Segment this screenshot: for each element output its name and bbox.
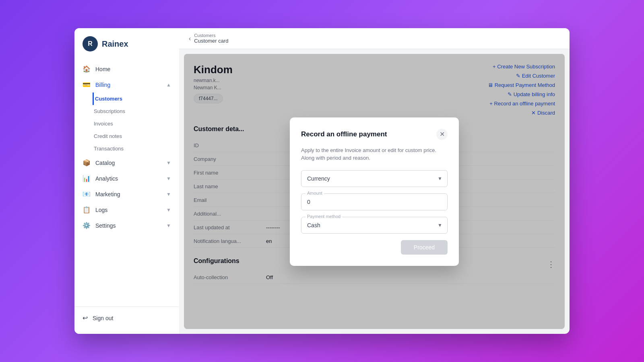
logo-text: Rainex xyxy=(102,39,128,49)
sidebar: R Rainex 🏠 Home 💳 Billing ▲ Customers Su… xyxy=(74,28,179,334)
catalog-icon: 📦 xyxy=(83,159,91,167)
sidebar-item-logs[interactable]: 📋 Logs ▼ xyxy=(74,202,179,218)
proceed-button[interactable]: Proceed xyxy=(401,240,448,255)
sidebar-item-billing-label: Billing xyxy=(95,82,110,88)
billing-chevron-icon: ▲ xyxy=(166,82,171,88)
catalog-chevron-icon: ▼ xyxy=(166,160,171,166)
breadcrumb: ‹ Customers Customer card xyxy=(179,28,570,49)
modal-header: Record an offline payment ✕ xyxy=(301,129,448,140)
sidebar-item-settings-label: Settings xyxy=(95,222,116,229)
logs-icon: 📋 xyxy=(83,206,91,214)
logo-area: R Rainex xyxy=(74,36,179,61)
sidebar-item-marketing[interactable]: 📧 Marketing ▼ xyxy=(74,186,179,202)
marketing-chevron-icon: ▼ xyxy=(166,191,171,197)
sidebar-item-credit-notes[interactable]: Credit notes xyxy=(94,130,179,142)
sidebar-item-catalog-label: Catalog xyxy=(95,160,115,166)
payment-method-select-wrapper: Payment method Cash Bank transfer Check … xyxy=(301,217,448,234)
settings-chevron-icon: ▼ xyxy=(166,223,171,228)
amount-input[interactable] xyxy=(301,194,447,210)
sidebar-divider xyxy=(74,306,179,307)
analytics-icon: 📊 xyxy=(83,175,91,182)
sign-out-label: Sign out xyxy=(93,315,113,321)
sidebar-item-billing[interactable]: 💳 Billing ▲ xyxy=(74,77,179,93)
currency-select-wrapper: Currency USD EUR GBP ▼ xyxy=(301,170,448,187)
sidebar-item-logs-label: Logs xyxy=(95,207,107,213)
currency-select[interactable]: Currency USD EUR GBP xyxy=(301,171,447,187)
home-icon: 🏠 xyxy=(83,65,91,73)
marketing-icon: 📧 xyxy=(83,190,91,198)
breadcrumb-parent: Customers xyxy=(194,33,228,38)
amount-input-wrapper: Amount xyxy=(301,193,448,210)
billing-icon: 💳 xyxy=(83,81,91,88)
offline-payment-modal: Record an offline payment ✕ Apply to the… xyxy=(290,117,459,266)
sidebar-item-home[interactable]: 🏠 Home xyxy=(74,61,179,77)
breadcrumb-current: Customer card xyxy=(194,38,228,44)
analytics-chevron-icon: ▼ xyxy=(166,176,171,181)
main-content: ‹ Customers Customer card Kindom newman.… xyxy=(179,28,570,334)
amount-field: Amount xyxy=(301,193,448,210)
sidebar-item-settings[interactable]: ⚙️ Settings ▼ xyxy=(74,218,179,233)
payment-method-field: Payment method Cash Bank transfer Check … xyxy=(301,217,448,234)
sidebar-item-transactions[interactable]: Transactions xyxy=(94,142,179,155)
sidebar-item-analytics-label: Analytics xyxy=(95,175,118,182)
logs-chevron-icon: ▼ xyxy=(166,207,171,213)
payment-method-select[interactable]: Cash Bank transfer Check xyxy=(301,217,447,233)
modal-description: Apply to the entire Invoice amount or ed… xyxy=(301,146,448,162)
currency-field: Currency USD EUR GBP ▼ xyxy=(301,170,448,187)
sidebar-item-catalog[interactable]: 📦 Catalog ▼ xyxy=(74,155,179,171)
sidebar-item-marketing-label: Marketing xyxy=(95,191,120,197)
modal-overlay: Record an offline payment ✕ Apply to the… xyxy=(184,54,565,329)
sidebar-item-customers[interactable]: Customers xyxy=(93,93,179,105)
sidebar-item-invoices[interactable]: Invoices xyxy=(94,117,179,130)
sidebar-item-home-label: Home xyxy=(95,66,110,72)
billing-submenu: Customers Subscriptions Invoices Credit … xyxy=(74,93,179,155)
modal-title: Record an offline payment xyxy=(301,130,387,138)
sidebar-item-subscriptions[interactable]: Subscriptions xyxy=(94,105,179,117)
breadcrumb-back-button[interactable]: ‹ xyxy=(189,35,191,42)
logo-icon: R xyxy=(83,36,98,51)
sign-out-button[interactable]: ↩ Sign out xyxy=(74,310,179,326)
amount-label: Amount xyxy=(305,191,324,195)
page-body: Kindom newman.k... Newman K... f74447...… xyxy=(184,54,565,329)
settings-icon: ⚙️ xyxy=(83,222,91,229)
sidebar-item-analytics[interactable]: 📊 Analytics ▼ xyxy=(74,171,179,186)
sign-out-icon: ↩ xyxy=(83,314,88,322)
modal-actions: Proceed xyxy=(301,240,448,255)
payment-method-label: Payment method xyxy=(305,214,342,219)
modal-close-button[interactable]: ✕ xyxy=(436,129,448,140)
